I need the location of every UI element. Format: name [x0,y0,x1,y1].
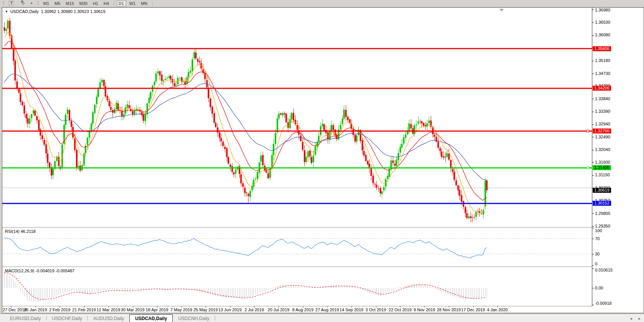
rsi-tick-0: 0 [595,262,597,267]
chart-title: ▼ USDCAD,Daily 1.30962 1.30980 1.30523 1… [5,9,105,14]
macd-tick-0.010615: 0.010615 [595,268,613,273]
timeframe-mn-button[interactable]: MN [139,0,149,7]
toolbar-separator-2 [152,1,152,6]
price-tick-1.36080: 1.36080 [595,33,610,37]
price-tick-1.36530: 1.36530 [595,20,610,25]
date-tick-27-Dec-2018: 27 Dec 2018 [3,307,26,312]
tab-eurusd-daily[interactable]: EURUSD,Daily [5,315,46,322]
date-tick-25-May-2019: 25 May 2019 [193,307,218,312]
date-tick-2-Jul-2019: 2 Jul 2019 [245,307,264,312]
price-tick-1.32040: 1.32040 [595,147,610,152]
price-tick-1.31150: 1.31150 [595,172,610,177]
hline-price-label-1.34206: 1.34206 [593,86,611,91]
tab-audusd-daily[interactable]: AUDUSD,Daily [88,315,129,322]
date-tick-28-Nov-2019: 28 Nov 2019 [437,307,461,312]
macd-pane[interactable] [2,267,592,306]
macd-tick-0.00: 0.00 [595,286,603,291]
date-tick-21-Feb-2019: 21 Feb 2019 [72,307,96,312]
toolbar-grip-2[interactable] [38,1,39,6]
dropdown-caret-icon: ▼ [30,1,33,6]
text-tool-icon: T [9,1,14,6]
ma-medium-line [4,41,487,200]
timeframe-w1-button[interactable]: W1 [127,0,138,7]
macd-label: MACD(12,26,9) -0.004019 -0.005487 [5,268,75,273]
macd-tick--0.00918: -0.00918 [595,301,611,306]
date-tick-30-Mar-2019: 30 Mar 2019 [121,307,145,312]
arrows-icon [20,0,25,7]
price-tick-1.32940: 1.32940 [595,122,610,127]
timeframe-m1-button[interactable]: M1 [41,0,51,7]
date-tick-15-Jan-2019: 15 Jan 2019 [24,307,47,312]
timeframe-m30-button[interactable]: M30 [77,0,89,7]
text-tool-button[interactable]: T [7,0,16,7]
chart-window: ▼ USDCAD,Daily 1.30962 1.30980 1.30523 1… [2,7,644,313]
price-tick-1.36980: 1.36980 [595,8,610,13]
timeframe-m5-button[interactable]: M5 [52,0,62,7]
date-tick-13-Jun-2019: 13 Jun 2019 [218,307,242,312]
toolbar-separator [114,1,114,6]
chart-tab-bar: EURUSD,Daily USDCHF,Daily AUDUSD,Daily U… [0,314,644,322]
toolbar-grip[interactable] [3,1,4,6]
mt4-terminal: T ▼ M1 M5 M15 M30 H1 H4 D1 W1 MN ▼ USDCA… [0,0,644,322]
chart-title-ohlc: 1.30962 1.30980 1.30523 1.30619 [41,9,105,14]
date-axis: 27 Dec 201815 Jan 20192 Feb 201921 Feb 2… [2,306,592,313]
timeframe-m15-button[interactable]: M15 [64,0,76,7]
date-tick-7-May-2019: 7 May 2019 [170,307,192,312]
date-tick-2-Feb-2019: 2 Feb 2019 [49,307,70,312]
rsi-pane[interactable] [2,228,592,267]
price-axis: 1.369801.365301.360801.356301.351801.347… [592,8,644,306]
date-tick-9-Nov-2019: 9 Nov 2019 [414,307,435,312]
tab-usdchf-daily[interactable]: USDCHF,Daily [47,315,88,322]
date-tick-18-Apr-2019: 18 Apr 2019 [145,307,168,312]
rsi-tick-100: 100 [595,228,602,233]
ma-fast-line [4,32,487,212]
date-tick-20-Jul-2019: 20 Jul 2019 [268,307,289,312]
date-tick-17-Dec-2019: 17 Dec 2019 [461,307,485,312]
date-tick-8-Aug-2019: 8 Aug 2019 [292,307,314,312]
price-tick-1.34730: 1.34730 [595,71,610,76]
timeframe-h1-button[interactable]: H1 [91,0,100,7]
tab-scroll-arrows: ◄ ► [629,317,641,320]
price-tick-1.29800: 1.29800 [595,211,610,216]
hline-price-label-1.35606: 1.35606 [593,46,611,51]
hline-1.31405[interactable] [2,167,592,169]
rsi-tick-30: 30 [595,252,600,257]
tab-separator [215,315,215,320]
price-tick-1.35180: 1.35180 [595,58,610,63]
rsi-tick-70: 70 [595,236,600,241]
bid-price-label: 1.30619 [593,188,611,193]
arrows-tool-button[interactable] [18,0,27,7]
date-tick-12-Mar-2019: 12 Mar 2019 [96,307,120,312]
hline-price-label-1.31405: 1.31405 [593,165,611,170]
price-tick-1.32490: 1.32490 [595,135,610,140]
arrows-dropdown-button[interactable]: ▼ [28,0,35,7]
tab-scroll-left-icon[interactable]: ◄ [629,317,633,320]
timeframe-d1-button[interactable]: D1 [117,0,126,7]
tab-usdcnh-daily[interactable]: USDCNH,Daily [173,315,214,322]
hline-price-label-1.32700: 1.32700 [593,128,611,133]
rsi-label: RSI(14) 46.2118 [5,229,36,234]
chart-title-caret-icon[interactable]: ▼ [5,10,8,13]
timeframe-h4-button[interactable]: H4 [101,0,111,7]
date-tick-14-Sep-2019: 14 Sep 2019 [340,307,363,312]
price-tick-1.31600: 1.31600 [595,160,610,165]
tab-usdcad-daily[interactable]: USDCAD,Daily [129,314,173,322]
date-tick-3-Oct-2019: 3 Oct 2019 [366,307,386,312]
toolbar: T ▼ M1 M5 M15 M30 H1 H4 D1 W1 MN [0,0,644,7]
hline-price-label-1.30152: 1.30152 [593,201,611,206]
date-tick-27-Aug-2019: 27 Aug 2019 [315,307,339,312]
date-tick-4-Jan-2020: 4 Jan 2020 [487,307,508,312]
chart-title-symbol: USDCAD,Daily [10,9,39,14]
date-tick-22-Oct-2019: 22 Oct 2019 [389,307,412,312]
tab-scroll-right-icon[interactable]: ► [638,317,641,320]
chart-shift-marker-icon[interactable] [499,9,504,11]
price-tick-1.33390: 1.33390 [595,109,610,114]
rsi-line [4,238,487,258]
main-chart-plot[interactable] [2,8,592,227]
price-tick-1.33840: 1.33840 [595,96,610,101]
macd-histogram [5,273,487,302]
